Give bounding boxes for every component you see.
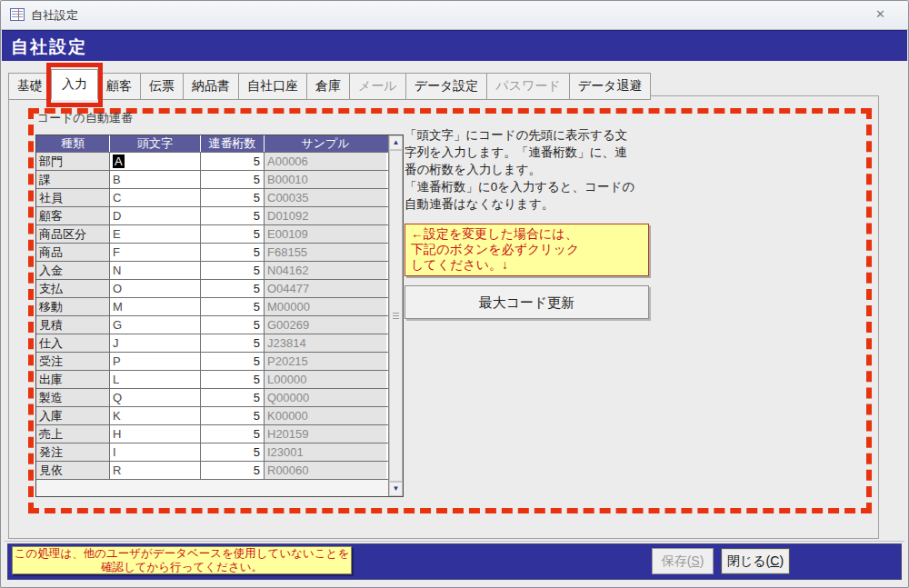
- tab-データ退避[interactable]: データ退避: [569, 73, 652, 100]
- cell-type[interactable]: 商品区分: [36, 225, 109, 243]
- cell-prefix[interactable]: L: [109, 371, 200, 388]
- cell-sample[interactable]: F68155: [264, 244, 386, 261]
- table-row[interactable]: 商品区分E5E00109: [36, 224, 388, 243]
- cell-sample[interactable]: C00035: [264, 189, 386, 206]
- cell-prefix[interactable]: P: [109, 353, 200, 370]
- cell-digits[interactable]: 5: [200, 371, 264, 388]
- cell-digits[interactable]: 5: [200, 153, 264, 170]
- cell-prefix[interactable]: J: [109, 334, 200, 352]
- cell-digits[interactable]: 5: [200, 443, 264, 461]
- cell-sample[interactable]: J23814: [264, 334, 386, 352]
- tab-基礎[interactable]: 基礎: [8, 73, 52, 100]
- cell-sample[interactable]: Q00000: [264, 389, 386, 406]
- cell-type[interactable]: 製造: [36, 389, 109, 406]
- cell-sample[interactable]: I23001: [264, 443, 386, 461]
- table-row[interactable]: 部門A5A00006: [36, 152, 388, 170]
- update-max-code-button[interactable]: 最大コード更新: [405, 285, 649, 319]
- cell-prefix[interactable]: N: [109, 262, 200, 279]
- cell-prefix[interactable]: E: [109, 225, 200, 243]
- cell-digits[interactable]: 5: [200, 225, 264, 243]
- scrollbar-thumb[interactable]: [389, 150, 403, 482]
- cell-prefix[interactable]: H: [109, 425, 200, 443]
- cell-prefix[interactable]: M: [109, 298, 200, 315]
- cell-prefix[interactable]: D: [109, 207, 200, 224]
- cell-digits[interactable]: 5: [200, 353, 264, 370]
- cell-type[interactable]: 入金: [36, 262, 109, 279]
- cell-prefix[interactable]: B: [109, 171, 200, 188]
- cell-sample[interactable]: H20159: [264, 425, 386, 443]
- table-row[interactable]: 支払O5O04477: [36, 279, 388, 297]
- tab-自社口座[interactable]: 自社口座: [238, 73, 307, 100]
- cell-digits[interactable]: 5: [200, 316, 264, 334]
- tab-入力[interactable]: 入力: [51, 69, 98, 100]
- cell-digits[interactable]: 5: [200, 425, 264, 443]
- cell-digits[interactable]: 5: [200, 207, 264, 224]
- table-row[interactable]: 社員C5C00035: [36, 188, 388, 206]
- cell-type[interactable]: 入庫: [36, 407, 109, 424]
- cell-digits[interactable]: 5: [200, 334, 264, 352]
- table-row[interactable]: 入金N5N04162: [36, 261, 388, 279]
- cell-prefix[interactable]: O: [109, 280, 200, 297]
- cell-type[interactable]: 仕入: [36, 334, 109, 352]
- cell-digits[interactable]: 5: [200, 298, 264, 315]
- cell-type[interactable]: 出庫: [36, 371, 109, 388]
- table-row[interactable]: 入庫K5K00000: [36, 406, 388, 424]
- table-row[interactable]: 見依R5R00060: [36, 461, 388, 479]
- cell-sample[interactable]: E00109: [264, 225, 386, 243]
- tab-メール[interactable]: メール: [349, 73, 406, 100]
- cell-prefix[interactable]: Q: [109, 389, 200, 406]
- table-row[interactable]: 顧客D5D01092: [36, 206, 388, 224]
- cell-sample[interactable]: P20215: [264, 353, 386, 370]
- cell-type[interactable]: 移動: [36, 298, 109, 315]
- tab-顧客[interactable]: 顧客: [97, 73, 141, 100]
- scroll-up-button[interactable]: ▲: [389, 135, 403, 150]
- cell-sample[interactable]: A00006: [264, 153, 386, 170]
- cell-digits[interactable]: 5: [200, 189, 264, 206]
- cell-digits[interactable]: 5: [200, 244, 264, 261]
- cell-type[interactable]: 見積: [36, 316, 109, 334]
- table-row[interactable]: 売上H5H20159: [36, 424, 388, 443]
- cell-digits[interactable]: 5: [200, 262, 264, 279]
- table-row[interactable]: 製造Q5Q00000: [36, 388, 388, 406]
- cell-type[interactable]: 社員: [36, 189, 109, 206]
- cell-type[interactable]: 部門: [36, 153, 109, 170]
- table-row[interactable]: 出庫L5L00000: [36, 370, 388, 388]
- cell-sample[interactable]: D01092: [264, 207, 386, 224]
- window-close-icon[interactable]: ✕: [875, 7, 885, 21]
- table-row[interactable]: 受注P5P20215: [36, 352, 388, 370]
- scroll-down-button[interactable]: ▼: [389, 482, 403, 496]
- table-row[interactable]: 仕入J5J23814: [36, 334, 388, 352]
- cell-prefix[interactable]: C: [109, 189, 200, 206]
- table-vertical-scrollbar[interactable]: ▲ ▼: [388, 135, 403, 496]
- cell-digits[interactable]: 5: [200, 280, 264, 297]
- cell-prefix[interactable]: F: [109, 244, 200, 261]
- cell-type[interactable]: 発注: [36, 443, 109, 461]
- cell-sample[interactable]: K00000: [264, 407, 386, 424]
- close-button[interactable]: 閉じる(C): [721, 548, 790, 574]
- cell-digits[interactable]: 5: [200, 171, 264, 188]
- cell-type[interactable]: 課: [36, 171, 109, 188]
- cell-type[interactable]: 受注: [36, 353, 109, 370]
- cell-prefix[interactable]: K: [109, 407, 200, 424]
- cell-sample[interactable]: O04477: [264, 280, 386, 297]
- cell-type[interactable]: 支払: [36, 280, 109, 297]
- cell-prefix[interactable]: R: [109, 462, 200, 479]
- cell-digits[interactable]: 5: [200, 407, 264, 424]
- cell-sample[interactable]: G00269: [264, 316, 386, 334]
- table-row[interactable]: 見積G5G00269: [36, 315, 388, 334]
- tab-パスワード[interactable]: パスワード: [486, 73, 569, 100]
- cell-type[interactable]: 売上: [36, 425, 109, 443]
- cell-sample[interactable]: R00060: [264, 462, 386, 479]
- cell-type[interactable]: 顧客: [36, 207, 109, 224]
- cell-prefix[interactable]: I: [109, 443, 200, 461]
- cell-sample[interactable]: B00010: [264, 171, 386, 188]
- cell-sample[interactable]: M00000: [264, 298, 386, 315]
- cell-prefix[interactable]: G: [109, 316, 200, 334]
- table-row[interactable]: 移動M5M00000: [36, 297, 388, 315]
- tab-データ設定[interactable]: データ設定: [405, 73, 488, 100]
- cell-sample[interactable]: N04162: [264, 262, 386, 279]
- table-row[interactable]: 発注I5I23001: [36, 443, 388, 461]
- cell-digits[interactable]: 5: [200, 389, 264, 406]
- table-row[interactable]: 課B5B00010: [36, 170, 388, 188]
- cell-type[interactable]: 見依: [36, 462, 109, 479]
